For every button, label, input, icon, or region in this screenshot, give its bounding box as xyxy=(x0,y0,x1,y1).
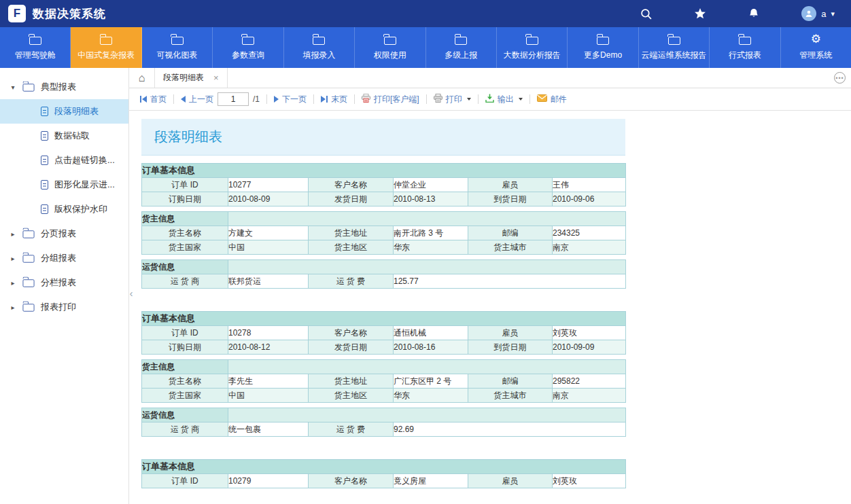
avatar xyxy=(801,6,816,21)
print-client-label: 打印[客户端] xyxy=(374,94,419,105)
field-label: 发货日期 xyxy=(309,192,394,206)
sidebar-item-graphical-display[interactable]: 图形化显示进... xyxy=(0,173,128,197)
page-number-input[interactable] xyxy=(218,92,249,106)
field-value: 中国 xyxy=(228,240,309,255)
folder-icon xyxy=(22,230,34,238)
nav-tab-bigdata-report[interactable]: 大数据分析报告 xyxy=(497,27,568,68)
field-value: 2010-08-09 xyxy=(228,192,309,206)
nav-tab-multilevel-report[interactable]: 多级上报 xyxy=(426,27,497,68)
nav-tab-visual-charts[interactable]: 可视化图表 xyxy=(142,27,213,68)
sidebar-group-report-print[interactable]: ▸ 报表打印 xyxy=(0,295,128,319)
folder-icon xyxy=(242,37,254,45)
sidebar-collapse-handle[interactable]: ‹ xyxy=(126,277,136,308)
order-basic-info-table: 订单基本信息 订单 ID 10278 客户名称 通恒机械 雇员 刘英玫 xyxy=(141,311,626,355)
subsection-header: 货主信息 xyxy=(142,360,228,374)
subsection-header: 运货信息 xyxy=(142,408,228,422)
nav-tab-permissions[interactable]: 权限使用 xyxy=(355,27,426,68)
mail-button[interactable]: 邮件 xyxy=(534,94,570,105)
field-label: 订单 ID xyxy=(142,178,228,192)
print-client-button[interactable]: 打印[客户端] xyxy=(359,94,422,105)
last-page-button[interactable]: 末页 xyxy=(318,94,350,105)
toolbar-separator xyxy=(478,94,479,104)
field-label: 邮编 xyxy=(468,374,553,389)
sidebar-group-paging-reports[interactable]: ▸ 分页报表 xyxy=(0,221,128,246)
field-value: 联邦货运 xyxy=(228,274,309,289)
folder-icon xyxy=(739,37,751,45)
tab-list-menu-icon[interactable]: ••• xyxy=(834,72,846,84)
document-tabbar: ⌂ 段落明细表 × ••• xyxy=(129,68,851,88)
field-value: 南京 xyxy=(553,240,626,255)
nav-tab-complex-reports[interactable]: 中国式复杂报表 xyxy=(71,27,141,68)
print-label: 打印 xyxy=(446,94,462,105)
folder-icon xyxy=(668,37,680,45)
sidebar-item-data-drill[interactable]: 数据钻取 xyxy=(0,124,128,148)
nav-tab-parameter-query[interactable]: 参数查询 xyxy=(213,27,283,68)
close-icon[interactable]: × xyxy=(213,73,219,83)
nav-tab-more-demo[interactable]: 更多Demo xyxy=(568,27,638,68)
sidebar-group-label: 分组报表 xyxy=(41,252,76,264)
nav-tab-row-report[interactable]: 行式报表 xyxy=(710,27,780,68)
shipper-info-table: 货主信息 货主名称 李先生 货主地址 广汇东区甲 2 号 邮编 295822 xyxy=(141,359,626,403)
favorite-star-icon[interactable] xyxy=(694,8,706,20)
sidebar-item-watermark[interactable]: 版权保护水印 xyxy=(0,197,128,221)
export-button[interactable]: 输出 xyxy=(483,94,525,105)
field-value: 10277 xyxy=(228,178,309,192)
sidebar-group-column-reports[interactable]: ▸ 分栏报表 xyxy=(0,270,128,295)
sidebar-group-grouping-reports[interactable]: ▸ 分组报表 xyxy=(0,246,128,270)
freight-info-table: 运货信息 运 货 商 统一包裹 运 货 费 92.69 xyxy=(141,408,626,437)
field-label: 运 货 商 xyxy=(142,274,228,289)
field-value: 竟义房屋 xyxy=(394,474,468,488)
folder-icon xyxy=(171,37,184,45)
body: ▾ 典型报表 段落明细表 数据钻取 点击超链切换... 图形化显示进... xyxy=(0,68,851,504)
sidebar-group-label: 典型报表 xyxy=(41,81,76,93)
field-value: 92.69 xyxy=(394,422,626,437)
prev-page-label: 上一页 xyxy=(189,94,213,105)
toolbar-separator xyxy=(266,94,267,104)
field-label: 货主城市 xyxy=(468,389,553,403)
sidebar-group-typical-reports[interactable]: ▾ 典型报表 xyxy=(0,75,128,99)
report: 段落明细表 订单基本信息 订单 ID 10277 客户名称 xyxy=(141,119,625,488)
sidebar-item-paragraph-detail[interactable]: 段落明细表 xyxy=(0,99,128,124)
last-page-label: 末页 xyxy=(331,94,347,105)
field-label: 雇员 xyxy=(468,178,553,192)
field-label: 运 货 商 xyxy=(142,422,228,437)
user-menu[interactable]: a ▾ xyxy=(801,6,835,21)
sidebar-item-hyperlink-switch[interactable]: 点击超链切换... xyxy=(0,148,128,173)
order-section: 订单基本信息 订单 ID 10279 客户名称 竟义房屋 雇员 刘英玫 xyxy=(141,459,625,488)
tab-paragraph-detail[interactable]: 段落明细表 × xyxy=(155,68,228,88)
search-icon[interactable] xyxy=(640,8,652,20)
sidebar-item-label: 图形化显示进... xyxy=(54,179,115,191)
nav-tab-label: 填报录入 xyxy=(302,50,335,61)
app-logo: F xyxy=(8,5,26,22)
nav-tab-data-entry[interactable]: 填报录入 xyxy=(284,27,355,68)
field-value: 广汇东区甲 2 号 xyxy=(394,374,468,389)
field-value: 南开北路 3 号 xyxy=(394,226,468,240)
nav-tab-admin-system[interactable]: ⚙管理系统 xyxy=(781,27,851,68)
app-window: F 数据决策系统 a ▾ 管理驾驶舱 中国式复杂报表 可视化图 xyxy=(0,0,851,504)
field-value: 2010-09-09 xyxy=(553,340,626,355)
sidebar-item-label: 版权保护水印 xyxy=(54,203,107,215)
field-label: 到货日期 xyxy=(468,340,553,355)
section-header: 订单基本信息 xyxy=(142,164,626,178)
topbar-actions: a ▾ xyxy=(640,6,835,21)
subsection-filler xyxy=(228,408,626,422)
file-icon xyxy=(41,131,48,141)
notification-bell-icon[interactable] xyxy=(748,8,759,19)
prev-page-button[interactable]: 上一页 xyxy=(178,94,216,105)
print-button[interactable]: 打印 xyxy=(431,94,474,105)
field-label: 订单 ID xyxy=(142,474,228,488)
field-value: 通恒机械 xyxy=(394,326,468,340)
nav-tab-cloud-ops-report[interactable]: 云端运维系统报告 xyxy=(639,27,710,68)
printer-icon xyxy=(434,94,442,105)
shipper-info-table: 货主信息 货主名称 方建文 货主地址 南开北路 3 号 邮编 234325 xyxy=(141,211,626,255)
app-logo-letter: F xyxy=(14,7,20,20)
next-page-button[interactable]: 下一页 xyxy=(271,94,309,105)
nav-tab-dashboard[interactable]: 管理驾驶舱 xyxy=(0,27,71,68)
sidebar: ▾ 典型报表 段落明细表 数据钻取 点击超链切换... 图形化显示进... xyxy=(0,68,129,504)
sidebar-group-label: 分页报表 xyxy=(41,228,76,240)
home-tab[interactable]: ⌂ xyxy=(129,68,155,88)
field-label: 货主名称 xyxy=(142,374,228,389)
field-value: 仲堂企业 xyxy=(394,178,468,192)
first-page-button[interactable]: 首页 xyxy=(137,94,169,105)
folder-icon xyxy=(526,37,538,45)
